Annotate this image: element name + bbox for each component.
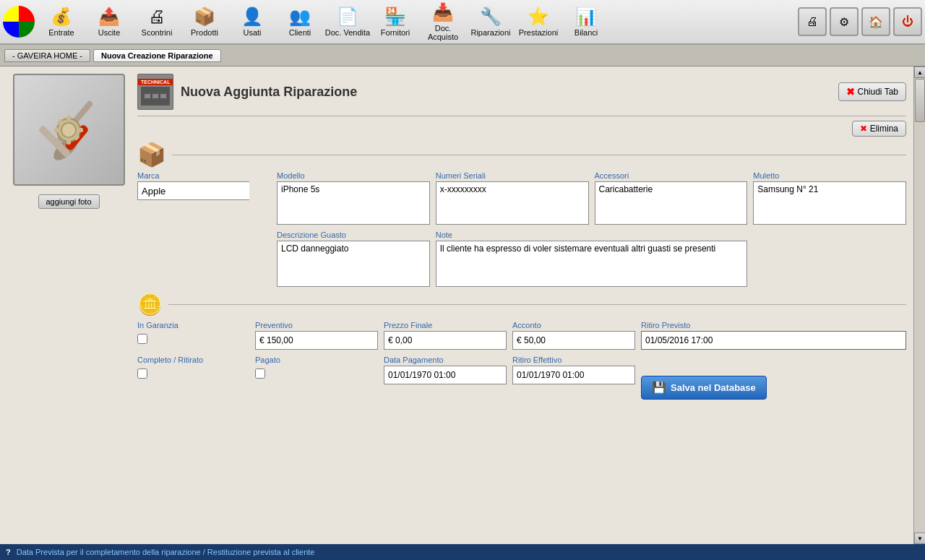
clienti-label: Clienti: [289, 28, 311, 37]
save-button-wrap: 💾 Salva nel Database: [641, 356, 906, 400]
elimina-row: ✖ Elimina: [137, 121, 906, 137]
toolbar: 💰 Entrate 📤 Uscite 🖨 Scontrini 📦 Prodott…: [0, 0, 925, 45]
entrate-label: Entrate: [48, 28, 74, 37]
box-icon: 📦: [137, 141, 166, 168]
toolbar-riparazioni[interactable]: 🔧 Riparazioni: [467, 2, 515, 41]
scroll-track: [914, 78, 925, 533]
toolbar-prestazioni[interactable]: ⭐ Prestazioni: [515, 2, 562, 41]
toolbar-doc-vendita[interactable]: 📄 Doc. Vendita: [324, 2, 371, 41]
content-area: aggiungi foto TECHNICAL: [0, 66, 925, 544]
status-text: Data Prevista per il completamento della…: [17, 548, 315, 556]
ritiro-effettivo-input[interactable]: [512, 366, 635, 384]
home-button[interactable]: 🏠: [861, 7, 890, 36]
doc-acquisto-icon: 📥: [432, 2, 454, 22]
toolbar-bilanci[interactable]: 📊 Bilanci: [562, 2, 610, 41]
ritiro-previsto-label: Ritiro Previsto: [641, 321, 906, 329]
seriali-input[interactable]: [436, 181, 589, 225]
uscite-label: Uscite: [98, 28, 121, 37]
prodotti-label: Prodotti: [191, 28, 218, 37]
acconto-label: Acconto: [512, 321, 635, 329]
toolbar-usati[interactable]: 👤 Usati: [228, 2, 276, 41]
preventivo-field: Preventivo: [255, 321, 378, 350]
coin-icon: 🪙: [137, 293, 163, 316]
toolbar-prodotti[interactable]: 📦 Prodotti: [181, 2, 228, 41]
bilanci-icon: 📊: [575, 7, 597, 27]
descrizione-label: Descrizione Guasto: [277, 231, 430, 239]
usati-icon: 👤: [241, 7, 263, 27]
toolbar-doc-acquisto[interactable]: 📥 Doc. Acquisto: [419, 2, 467, 41]
scontrini-label: Scontrini: [142, 28, 173, 37]
app-logo: [3, 6, 35, 38]
repair-image-box: [13, 74, 125, 186]
toolbar-fornitori[interactable]: 🏪 Fornitori: [371, 2, 419, 41]
svg-rect-6: [66, 116, 71, 121]
settings-button[interactable]: ⚙: [830, 7, 859, 36]
prezzo-finale-input[interactable]: [384, 331, 507, 350]
chiudi-tab-label: Chiudi Tab: [858, 87, 898, 97]
elimina-x-icon: ✖: [860, 124, 867, 134]
add-photo-button[interactable]: aggiungi foto: [38, 194, 100, 209]
toolbar-entrate[interactable]: 💰 Entrate: [38, 2, 85, 41]
note-input[interactable]: [436, 241, 748, 287]
completo-ritirato-checkbox[interactable]: [137, 369, 147, 379]
accessori-input[interactable]: [595, 181, 748, 225]
save-button[interactable]: 💾 Salva nel Database: [641, 376, 767, 400]
tab-nuova-creazione[interactable]: Nuova Creazione Riparazione: [93, 49, 221, 62]
title-group: TECHNICAL Nuova Aggiunta Riparazione: [137, 74, 357, 110]
marca-select[interactable]: Apple Samsung Huawei: [137, 181, 249, 200]
scroll-down-button[interactable]: ▼: [914, 533, 925, 544]
coin-icon-row: 🪙: [137, 293, 906, 316]
scroll-up-button[interactable]: ▲: [914, 66, 925, 78]
doc-vendita-label: Doc. Vendita: [325, 28, 370, 37]
power-button[interactable]: ⏻: [893, 7, 922, 36]
fornitori-icon: 🏪: [384, 7, 406, 27]
chiudi-tab-button[interactable]: ✖ Chiudi Tab: [838, 82, 906, 101]
toolbar-clienti[interactable]: 👥 Clienti: [276, 2, 324, 41]
seriali-label: Numeri Seriali: [436, 171, 589, 180]
toolbar-uscite[interactable]: 📤 Uscite: [85, 2, 133, 41]
descrizione-input[interactable]: [277, 241, 430, 287]
riparazioni-icon: 🔧: [480, 7, 502, 27]
svg-rect-8: [54, 128, 60, 132]
pagato-field: Pagato: [255, 356, 378, 379]
scroll-thumb[interactable]: [915, 79, 925, 122]
marca-and-fields: Marca Apple Samsung Huawei Modello: [137, 171, 906, 225]
uscite-icon: 📤: [98, 7, 120, 27]
svg-rect-7: [66, 139, 71, 145]
descrizione-field: Descrizione Guasto: [277, 231, 430, 287]
svg-point-5: [61, 123, 76, 137]
prezzo-finale-label: Prezzo Finale: [384, 321, 507, 329]
toolbar-scontrini[interactable]: 🖨 Scontrini: [133, 2, 181, 41]
toolbar-right-buttons: 🖨 ⚙ 🏠 ⏻: [798, 7, 922, 36]
print-button[interactable]: 🖨: [798, 7, 827, 36]
marca-field: Marca Apple Samsung Huawei: [137, 171, 271, 200]
ritiro-effettivo-label: Ritiro Effettivo: [512, 356, 635, 364]
clienti-icon: 👥: [289, 7, 311, 27]
fornitori-label: Fornitori: [381, 28, 410, 37]
accessori-label: Accessori: [595, 171, 748, 180]
header-divider: [137, 116, 906, 116]
elimina-button[interactable]: ✖ Elimina: [852, 121, 906, 137]
badge-dots: [141, 87, 170, 105]
in-garanzia-checkbox-wrap: [137, 334, 249, 344]
acconto-input[interactable]: [512, 331, 635, 350]
marca-select-wrap: Apple Samsung Huawei: [137, 181, 271, 200]
ritiro-previsto-field: Ritiro Previsto: [641, 321, 906, 350]
in-garanzia-checkbox[interactable]: [137, 334, 147, 344]
prestazioni-icon: ⭐: [528, 7, 549, 27]
muletto-input[interactable]: [753, 181, 906, 225]
descrizione-grid: Descrizione Guasto Note: [277, 231, 906, 287]
preventivo-input[interactable]: [255, 331, 378, 350]
ritiro-previsto-input[interactable]: [641, 331, 906, 350]
acconto-field: Acconto: [512, 321, 635, 350]
data-pagamento-label: Data Pagamento: [384, 356, 507, 364]
marca-label: Marca: [137, 171, 271, 180]
box-divider: [172, 155, 906, 155]
modello-label: Modello: [277, 171, 430, 180]
doc-vendita-icon: 📄: [337, 7, 358, 27]
pagato-checkbox[interactable]: [255, 369, 265, 379]
data-pagamento-input[interactable]: [384, 366, 507, 384]
modello-input[interactable]: [277, 181, 430, 225]
descrizione-note-row: Descrizione Guasto Note: [137, 231, 906, 287]
tab-home[interactable]: - GAVEIRA HOME -: [4, 49, 90, 62]
